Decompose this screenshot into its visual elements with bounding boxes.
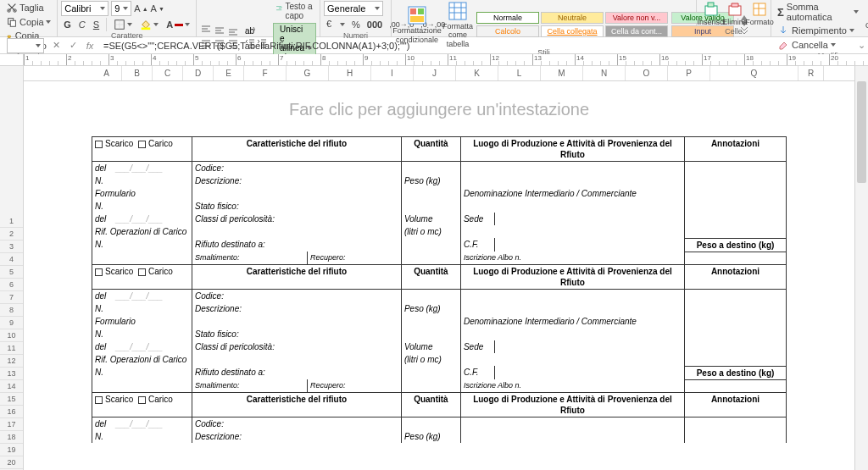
currency-button[interactable]: € bbox=[324, 18, 348, 31]
column-header[interactable]: Q bbox=[710, 66, 798, 80]
row-headers[interactable]: 123456789101112131415161718192021222324 bbox=[0, 66, 24, 470]
row-header[interactable]: 16 bbox=[0, 406, 23, 418]
svg-rect-3 bbox=[10, 20, 15, 26]
style-normale[interactable]: Normale bbox=[476, 12, 539, 24]
cancel-formula-button[interactable]: ✕ bbox=[49, 40, 63, 51]
bold-button[interactable]: G bbox=[61, 19, 74, 30]
svg-rect-14 bbox=[708, 3, 714, 7]
insert-function-button[interactable]: fx bbox=[83, 41, 97, 51]
cond-fmt-label1: Formattazione bbox=[392, 26, 442, 35]
align-bottom-button[interactable] bbox=[227, 25, 239, 36]
chevron-down-icon bbox=[340, 23, 345, 26]
column-header[interactable]: N bbox=[583, 66, 626, 80]
formula-input[interactable]: =SE(G5<>"";CERCA.VERT($G5;TabellaRifiuti… bbox=[100, 41, 854, 51]
column-header[interactable]: G bbox=[287, 66, 329, 80]
row-header[interactable]: 20 bbox=[0, 456, 23, 469]
waste-register-table[interactable]: Scarico Carico Caratteristiche del rifiu… bbox=[92, 136, 787, 443]
column-header[interactable]: R bbox=[798, 66, 824, 80]
autosum-label: Somma automatica bbox=[787, 2, 851, 22]
borders-button[interactable] bbox=[111, 18, 135, 31]
autosum-button[interactable]: ΣSomma automatica bbox=[775, 1, 861, 23]
row-header[interactable]: 5 bbox=[0, 266, 23, 279]
column-header[interactable]: P bbox=[668, 66, 710, 80]
page-header-placeholder[interactable]: Fare clic per aggiungere un'intestazione bbox=[92, 100, 787, 119]
column-header[interactable]: J bbox=[414, 66, 456, 80]
underline-button[interactable]: S bbox=[91, 19, 102, 30]
row-header[interactable]: 3 bbox=[0, 241, 23, 253]
column-headers[interactable]: ABCDEFGHIJKLMNOPQR bbox=[24, 66, 854, 81]
row-header[interactable]: 8 bbox=[0, 304, 23, 317]
column-header[interactable]: B bbox=[122, 66, 153, 80]
column-header[interactable]: L bbox=[498, 66, 541, 80]
column-header[interactable]: C bbox=[153, 66, 183, 80]
font-name-combo[interactable]: Calibri bbox=[61, 1, 108, 16]
font-color-button[interactable]: A bbox=[164, 19, 192, 30]
row-header[interactable]: 14 bbox=[0, 380, 23, 393]
column-header[interactable]: D bbox=[183, 66, 214, 80]
column-header[interactable]: H bbox=[329, 66, 371, 80]
row-header[interactable]: 6 bbox=[0, 279, 23, 291]
chevron-down-icon bbox=[36, 44, 41, 47]
expand-formula-bar[interactable]: ⌄ bbox=[854, 40, 868, 51]
fmt-table-label1: Formatta come bbox=[442, 22, 473, 39]
italic-button[interactable]: C bbox=[76, 19, 88, 30]
column-header[interactable]: M bbox=[541, 66, 583, 80]
delete-cells-button[interactable]: Elimina bbox=[724, 2, 746, 26]
column-header[interactable]: A bbox=[92, 66, 122, 80]
row-header[interactable]: 7 bbox=[0, 291, 23, 304]
wrap-text-button[interactable]: Testo a capo bbox=[273, 1, 316, 21]
column-header[interactable]: K bbox=[456, 66, 498, 80]
row-header[interactable]: 9 bbox=[0, 317, 23, 329]
row-header[interactable]: 18 bbox=[0, 431, 23, 444]
percent-button[interactable]: % bbox=[349, 18, 363, 31]
page-layout-view: ABCDEFGHIJKLMNOPQR Fare clic per aggiung… bbox=[24, 66, 854, 470]
row-header[interactable]: 12 bbox=[0, 355, 23, 368]
accept-formula-button[interactable]: ✓ bbox=[66, 40, 80, 51]
thousand-sep-button[interactable]: 000 bbox=[364, 18, 385, 31]
copy-button[interactable]: Copia bbox=[3, 15, 53, 29]
decrease-font-button[interactable]: A▼ bbox=[151, 3, 164, 14]
fill-button[interactable]: Riempimento bbox=[775, 24, 861, 37]
cell-styles-gallery[interactable]: Normale Neutrale Valore non v... Calcolo… bbox=[476, 12, 668, 37]
format-cells-button[interactable]: Formato bbox=[748, 2, 771, 26]
row-header[interactable]: 4 bbox=[0, 253, 23, 266]
group-font: Calibri 9 A▲ A▼ G C S A Carattere bbox=[58, 0, 197, 36]
number-format-combo[interactable]: Generale bbox=[324, 1, 383, 16]
row-header[interactable]: 11 bbox=[0, 342, 23, 355]
scrollbar-thumb[interactable] bbox=[857, 81, 866, 183]
vertical-scrollbar[interactable] bbox=[854, 66, 868, 470]
style-cella-collegata[interactable]: Cella collegata bbox=[541, 25, 604, 37]
cut-button[interactable]: Taglia bbox=[3, 1, 53, 14]
row-header[interactable]: 17 bbox=[0, 418, 23, 431]
align-middle-button[interactable] bbox=[214, 25, 225, 36]
increase-font-button[interactable]: A▲ bbox=[134, 3, 147, 14]
column-header[interactable]: F bbox=[244, 66, 287, 80]
row-header[interactable]: 19 bbox=[0, 444, 23, 456]
scissors-icon bbox=[6, 2, 18, 14]
column-header[interactable]: I bbox=[371, 66, 414, 80]
name-box[interactable] bbox=[7, 38, 44, 53]
svg-rect-12 bbox=[449, 3, 466, 19]
insert-cells-button[interactable]: Inserisci bbox=[700, 2, 722, 26]
row-header[interactable]: 13 bbox=[0, 368, 23, 380]
style-neutrale[interactable]: Neutrale bbox=[541, 12, 604, 24]
column-header[interactable]: O bbox=[626, 66, 668, 80]
font-size-combo[interactable]: 9 bbox=[111, 1, 131, 16]
column-header[interactable]: E bbox=[214, 66, 244, 80]
align-top-button[interactable] bbox=[200, 25, 212, 36]
style-calcolo[interactable]: Calcolo bbox=[476, 25, 539, 37]
row-header[interactable]: 1 bbox=[0, 215, 23, 228]
orientation-button[interactable]: ab bbox=[244, 25, 256, 36]
group-cells: Inserisci Elimina Formato Celle bbox=[697, 0, 771, 36]
row-header[interactable]: 2 bbox=[0, 228, 23, 241]
row-header[interactable]: 10 bbox=[0, 329, 23, 342]
copy-label: Copia bbox=[19, 17, 44, 27]
copy-icon bbox=[6, 16, 18, 28]
chevron-down-icon bbox=[849, 29, 854, 32]
style-valore-non-v[interactable]: Valore non v... bbox=[605, 12, 668, 24]
fill-color-button[interactable] bbox=[137, 18, 161, 31]
group-editing: ΣSomma automatica Riempimento Cancella O… bbox=[771, 0, 868, 36]
conditional-formatting-button[interactable]: Formattazione condizionale bbox=[395, 5, 439, 44]
style-cella-da-cont[interactable]: Cella da cont... bbox=[605, 25, 668, 37]
row-header[interactable]: 15 bbox=[0, 393, 23, 406]
